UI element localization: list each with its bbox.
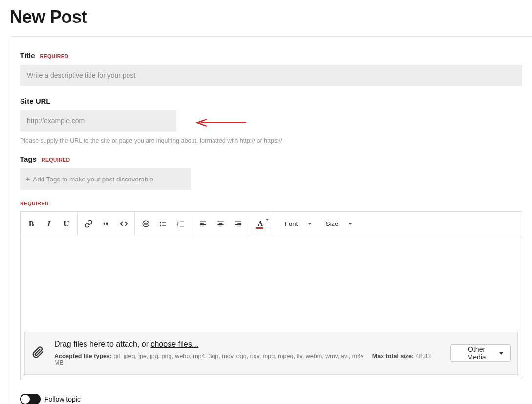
svg-rect-19 (200, 226, 204, 226)
svg-rect-21 (218, 223, 222, 224)
svg-rect-24 (235, 222, 241, 222)
caret-down-icon (349, 223, 352, 225)
emoji-icon (142, 220, 150, 228)
svg-rect-23 (218, 226, 222, 226)
svg-rect-20 (217, 222, 224, 222)
editor-body[interactable] (21, 236, 522, 332)
numbered-list-icon: 123 (177, 220, 185, 228)
code-icon (120, 220, 128, 228)
caret-down-icon (308, 223, 311, 225)
field-tags: Tags REQUIRED + Add Tags to make your po… (20, 155, 522, 190)
svg-point-1 (143, 221, 149, 227)
rich-text-editor: B I U (20, 211, 522, 379)
tags-required-tag: REQUIRED (42, 157, 70, 163)
site-url-helper: Please supply the URL to the site or pag… (20, 137, 522, 144)
svg-point-6 (160, 223, 161, 224)
editor-toolbar: B I U (21, 212, 522, 236)
emoji-button[interactable] (137, 215, 154, 233)
code-button[interactable] (115, 215, 132, 233)
field-site-url: Site URL Please supply the URL to the si… (20, 97, 522, 144)
bullet-list-icon (159, 220, 167, 228)
other-media-button[interactable]: Other Media (450, 344, 511, 362)
plus-icon: + (26, 175, 30, 183)
svg-rect-9 (162, 225, 166, 226)
svg-rect-11 (180, 221, 184, 222)
attachment-panel[interactable]: Drag files here to attach, or choose fil… (24, 332, 518, 375)
svg-rect-15 (180, 226, 184, 226)
tags-label: Tags (20, 155, 37, 163)
svg-rect-5 (162, 222, 166, 222)
svg-rect-16 (200, 222, 206, 222)
follow-topic-label: Follow topic (44, 395, 81, 403)
title-required-tag: REQUIRED (40, 53, 69, 59)
svg-rect-13 (180, 224, 184, 224)
text-color-button[interactable]: A (251, 215, 270, 233)
body-required-tag: REQUIRED (20, 201, 522, 206)
size-dropdown[interactable]: Size (319, 215, 360, 233)
svg-rect-18 (200, 224, 206, 225)
site-url-input[interactable] (20, 110, 176, 132)
svg-point-8 (160, 225, 161, 226)
bullet-list-button[interactable] (154, 215, 172, 233)
title-label: Title (20, 51, 35, 60)
attach-meta: Accepted file types: gif, jpeg, jpe, jpg… (54, 353, 441, 366)
align-right-icon (234, 220, 242, 227)
annotation-arrow-icon (195, 118, 249, 128)
quote-icon (102, 220, 110, 228)
new-post-form: Title REQUIRED Site URL Please supply th… (10, 36, 532, 404)
svg-text:3: 3 (177, 225, 179, 227)
svg-rect-22 (217, 224, 224, 225)
font-dropdown[interactable]: Font (274, 215, 319, 233)
svg-rect-27 (237, 226, 241, 226)
page-title: New Post (10, 7, 532, 27)
text-color-icon: A (258, 220, 263, 228)
link-button[interactable] (80, 215, 97, 233)
tags-placeholder: Add Tags to make your post discoverable (33, 176, 153, 183)
align-center-button[interactable] (212, 215, 229, 233)
svg-point-3 (146, 223, 147, 223)
align-right-button[interactable] (229, 215, 247, 233)
align-left-button[interactable] (194, 215, 212, 233)
align-left-icon (199, 220, 207, 227)
tags-input[interactable]: + Add Tags to make your post discoverabl… (20, 168, 191, 190)
svg-rect-7 (162, 224, 166, 224)
italic-button[interactable]: I (40, 215, 58, 233)
other-media-label: Other Media (458, 345, 495, 361)
bold-button[interactable]: B (22, 215, 40, 233)
follow-topic-toggle[interactable] (20, 394, 41, 404)
svg-point-4 (160, 221, 161, 223)
follow-topic-row: Follow topic (20, 394, 522, 404)
link-icon (85, 220, 93, 228)
attach-instructions: Drag files here to attach, or choose fil… (54, 340, 441, 349)
field-title: Title REQUIRED (20, 51, 522, 86)
font-dropdown-label: Font (285, 220, 298, 227)
choose-files-link[interactable]: choose files... (150, 340, 198, 348)
size-dropdown-label: Size (326, 220, 338, 227)
numbered-list-button[interactable]: 123 (172, 215, 190, 233)
title-input[interactable] (20, 65, 522, 86)
svg-rect-17 (200, 223, 204, 224)
underline-button[interactable]: U (58, 215, 75, 233)
align-center-icon (217, 220, 224, 227)
paperclip-icon (32, 346, 44, 360)
quote-button[interactable] (97, 215, 115, 233)
svg-rect-25 (237, 223, 241, 224)
svg-point-2 (144, 223, 145, 223)
caret-down-icon (499, 352, 503, 355)
site-url-label: Site URL (20, 97, 51, 105)
svg-rect-26 (235, 224, 241, 225)
